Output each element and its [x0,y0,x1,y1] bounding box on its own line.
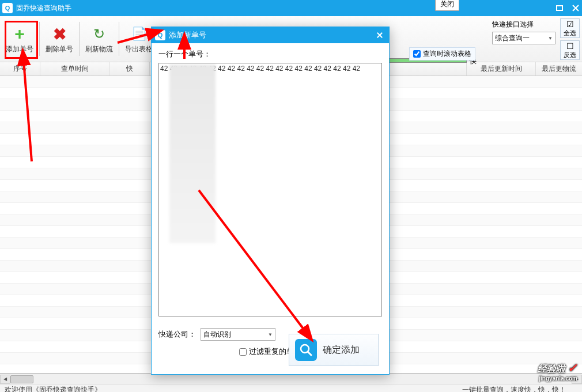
company-combo[interactable]: 自动识别 [201,328,275,341]
col-query-time[interactable]: 查单时间 [40,62,109,76]
statusbar: 欢迎使用《固乔快递查询快手》 一键批量查询，速度快，快，快！ [0,384,582,392]
plus-icon: + [14,24,25,44]
interface-label: 快递接口选择 [492,20,555,29]
company-label: 快递公司： [158,329,196,340]
confirm-label: 确定添加 [323,344,360,356]
search-express-icon [295,339,317,361]
dialog-title: 添加新单号 [169,30,374,40]
invert-selection-button[interactable]: ☐反选 [560,40,580,60]
scroll-thumb[interactable] [10,375,33,383]
dialog-icon: Q [155,30,165,40]
number-textarea[interactable]: 42 42 42 42 42 42 42 42 42 42 42 42 42 4… [158,63,382,316]
export-label: 导出表格 [125,44,153,54]
app-icon: Q [2,3,13,13]
scroll-checkbox-input[interactable] [413,50,421,58]
close-tab-button[interactable]: 关闭 [435,0,459,11]
confirm-add-button[interactable]: 确定添加 [289,334,379,366]
col-last-update[interactable]: 最后更新时间 [467,62,536,76]
interface-combo[interactable]: 综合查询一 [492,32,555,44]
watermark: 经验啦 ✓ jingyanla.com [538,361,577,382]
maximize-button[interactable] [555,4,564,12]
refresh-icon: ↻ [93,26,105,42]
export-icon: 📄 [131,27,147,42]
add-number-button[interactable]: + 添加单号 [2,18,37,59]
delete-label: 删除单号 [46,44,73,54]
dialog-hint: 一行一个单号： [158,49,382,59]
close-button[interactable] [572,4,580,12]
horizontal-scrollbar[interactable]: ◀ ▶ [0,374,582,384]
select-all-button[interactable]: ☑全选 [560,18,580,38]
add-number-dialog: Q 添加新单号 一行一个单号： 42 42 42 42 42 42 42 42 … [151,27,390,375]
dialog-close-button[interactable] [374,29,386,41]
status-right: 一键批量查询，速度快，快，快！ [462,385,577,392]
col-last-logi[interactable]: 最后更物流 [536,62,582,76]
scroll-on-query-checkbox[interactable]: 查询时滚动表格 [409,47,475,61]
x-icon: ✖ [53,25,66,44]
col-express[interactable]: 快 [109,62,150,76]
scroll-left-button[interactable]: ◀ [0,375,10,384]
col-seq[interactable]: 序号 [0,62,40,76]
dialog-titlebar[interactable]: Q 添加新单号 [152,27,389,43]
app-title: 固乔快递查询助手 [16,3,539,13]
refresh-button[interactable]: ↻ 刷新物流 [82,18,116,59]
scroll-checkbox-label: 查询时滚动表格 [423,49,471,59]
titlebar: Q 固乔快递查询助手 [0,0,582,16]
status-left: 欢迎使用《固乔快递查询快手》 [5,385,462,392]
svg-line-1 [308,352,311,355]
minimize-button[interactable] [539,4,547,12]
add-label: 添加单号 [6,44,33,54]
delete-number-button[interactable]: ✖ 删除单号 [42,18,77,59]
filter-dup-checkbox[interactable] [239,348,247,356]
refresh-label: 刷新物流 [85,44,113,54]
